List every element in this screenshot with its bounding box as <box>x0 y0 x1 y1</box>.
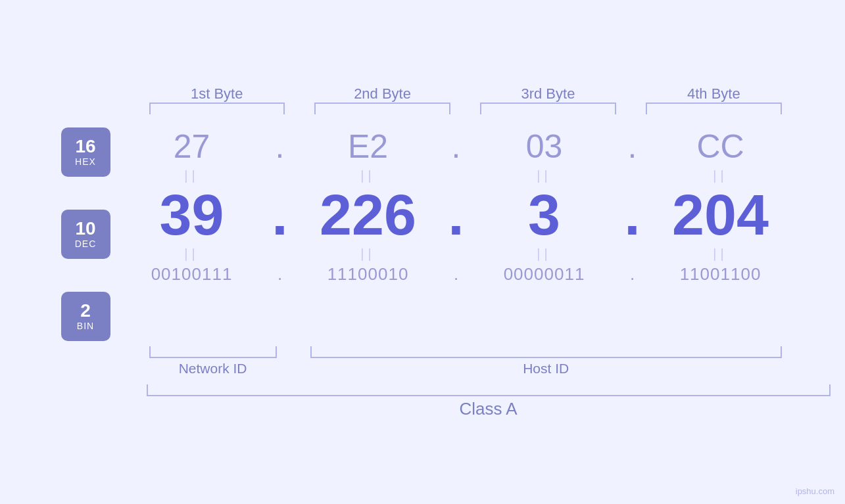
byte4-header: 4th Byte <box>646 85 781 103</box>
base-labels-col: 16 HEX 10 DEC <box>61 127 117 341</box>
hex-dot-1: . <box>267 127 293 166</box>
bin-badge: 2 BIN <box>61 292 110 341</box>
bin-b1: 00100111 <box>120 264 264 285</box>
top-bracket-row <box>147 103 785 114</box>
bin-dot-3: . <box>619 264 646 285</box>
hex-badge: 16 HEX <box>61 127 110 177</box>
dec-dot-2: . <box>443 186 470 244</box>
network-bracket <box>149 346 277 358</box>
dec-dot-1: . <box>267 186 293 244</box>
bin-data-row: 00100111 . 11100010 . 00000011 <box>117 264 796 285</box>
hex-dot-3: . <box>619 127 646 166</box>
equal-row-2: || || || || <box>117 244 796 264</box>
dec-data-row: 39 . 226 . 3 . <box>117 186 796 244</box>
bin-b2: 11100010 <box>296 264 441 285</box>
top-bracket-b3 <box>480 103 616 114</box>
class-label: Class A <box>147 399 831 419</box>
dec-dot-3: . <box>619 186 646 244</box>
dec-b4: 204 <box>648 186 793 244</box>
byte1-header: 1st Byte <box>149 85 285 103</box>
top-bracket-b2 <box>314 103 450 114</box>
dec-b2: 226 <box>296 186 441 244</box>
bin-dot-2: . <box>443 264 470 285</box>
main-rows: 16 HEX 10 DEC <box>61 127 785 341</box>
network-id-label: Network ID <box>149 361 277 377</box>
bin-b3: 00000011 <box>472 264 617 285</box>
host-id-label: Host ID <box>310 361 782 377</box>
dec-b3: 3 <box>472 186 617 244</box>
bin-b4: 11001100 <box>648 264 793 285</box>
equal-2-b3: || <box>472 246 617 262</box>
full-bracket-row <box>147 384 831 396</box>
dec-b1: 39 <box>120 186 264 244</box>
host-bracket <box>310 346 781 358</box>
top-bracket-b4 <box>646 103 781 114</box>
bin-dot-1: . <box>267 264 293 285</box>
bin-base-name: BIN <box>77 321 94 331</box>
hex-b2: E2 <box>296 127 441 166</box>
byte3-header: 3rd Byte <box>480 85 616 103</box>
equal-2-b1: || <box>120 246 264 262</box>
full-layout: 1st Byte 2nd Byte 3rd Byte 4th Byte <box>61 72 785 432</box>
hex-dot-2: . <box>443 127 470 166</box>
hex-data-row: 27 . E2 . 03 . <box>117 127 796 166</box>
equal-2-b2: || <box>296 246 441 262</box>
byte-header-row: 1st Byte 2nd Byte 3rd Byte 4th Byte <box>147 85 785 103</box>
data-rows: 27 . E2 . 03 . <box>117 127 796 341</box>
equal-1-b4: || <box>648 168 793 183</box>
equal-1-b1: || <box>120 168 264 183</box>
bottom-bracket-row <box>147 346 785 358</box>
bottom-id-row: Network ID Host ID <box>147 361 785 377</box>
bin-base-num: 2 <box>80 301 91 321</box>
hex-b4: CC <box>648 127 793 166</box>
bottom-section: Network ID Host ID Class A <box>147 346 785 419</box>
watermark: ipshu.com <box>796 486 834 496</box>
byte2-header: 2nd Byte <box>314 85 450 103</box>
hex-b1: 27 <box>120 127 264 166</box>
main-container: 1st Byte 2nd Byte 3rd Byte 4th Byte <box>0 0 845 504</box>
equal-2-b4: || <box>648 246 793 262</box>
equal-1-b3: || <box>472 168 617 183</box>
hex-b3: 03 <box>472 127 617 166</box>
dec-badge: 10 DEC <box>61 210 110 259</box>
dec-base-name: DEC <box>75 239 97 249</box>
hex-base-num: 16 <box>75 137 95 157</box>
top-bracket-b1 <box>149 103 285 114</box>
dec-base-num: 10 <box>75 219 95 239</box>
equal-1-b2: || <box>296 168 441 183</box>
hex-base-name: HEX <box>75 156 96 167</box>
